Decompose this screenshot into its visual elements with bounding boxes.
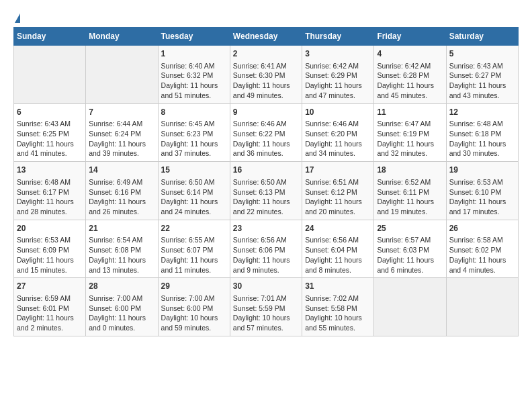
calendar-cell: 27Sunrise: 6:59 AMSunset: 6:01 PMDayligh… [14,278,86,336]
daylight: Daylight: 11 hours and 51 minutes. [161,81,218,99]
calendar-cell: 3Sunrise: 6:42 AMSunset: 6:29 PMDaylight… [302,46,374,104]
sunset: Sunset: 6:29 PM [305,71,357,79]
weekday-header: Thursday [302,28,374,46]
calendar-cell: 30Sunrise: 7:01 AMSunset: 5:59 PMDayligh… [230,278,302,336]
day-number: 18 [377,165,443,176]
calendar-cell: 10Sunrise: 6:46 AMSunset: 6:20 PMDayligh… [302,103,374,162]
daylight: Daylight: 11 hours and 24 minutes. [161,197,218,216]
sunrise: Sunrise: 6:42 AM [305,62,359,70]
day-number: 7 [89,107,154,118]
daylight: Daylight: 10 hours and 59 minutes. [161,314,218,332]
sunset: Sunset: 6:11 PM [377,188,429,196]
day-number: 26 [449,223,515,234]
sunset: Sunset: 6:12 PM [305,188,357,196]
day-number: 5 [449,48,515,60]
day-number: 12 [449,107,515,118]
daylight: Daylight: 11 hours and 47 minutes. [305,81,362,99]
sunset: Sunset: 6:30 PM [233,71,285,79]
sunrise: Sunrise: 6:48 AM [17,178,71,186]
sunset: Sunset: 5:58 PM [305,304,357,312]
day-number: 13 [17,165,83,176]
day-number: 22 [161,223,227,234]
sunrise: Sunrise: 6:59 AM [17,294,71,302]
weekday-header: Monday [86,28,158,46]
calendar-cell: 1Sunrise: 6:40 AMSunset: 6:32 PMDaylight… [158,46,230,104]
daylight: Daylight: 11 hours and 39 minutes. [89,140,146,158]
day-number: 9 [233,107,299,118]
sunrise: Sunrise: 7:01 AM [233,294,287,302]
day-number: 25 [377,223,443,234]
calendar-week-row: 27Sunrise: 6:59 AMSunset: 6:01 PMDayligh… [14,278,519,336]
day-number: 29 [161,281,227,292]
sunrise: Sunrise: 6:45 AM [161,120,215,128]
daylight: Daylight: 11 hours and 26 minutes. [89,197,146,216]
sunset: Sunset: 6:10 PM [449,188,502,196]
calendar-header-row: SundayMondayTuesdayWednesdayThursdayFrid… [14,28,519,46]
day-number: 30 [233,281,299,292]
day-number: 2 [233,48,299,60]
weekday-header: Friday [374,28,446,46]
calendar-cell [14,46,86,104]
daylight: Daylight: 11 hours and 6 minutes. [377,256,434,274]
sunset: Sunset: 6:04 PM [305,246,357,254]
sunset: Sunset: 6:09 PM [17,246,69,254]
daylight: Daylight: 11 hours and 9 minutes. [233,256,290,274]
day-number: 11 [377,107,443,118]
sunset: Sunset: 6:06 PM [233,246,285,254]
weekday-header: Saturday [446,28,518,46]
weekday-header: Sunday [14,28,86,46]
sunset: Sunset: 6:00 PM [89,304,141,312]
calendar-cell: 17Sunrise: 6:51 AMSunset: 6:12 PMDayligh… [302,162,374,220]
sunset: Sunset: 6:07 PM [161,246,214,254]
sunset: Sunset: 6:13 PM [233,188,285,196]
calendar-cell: 21Sunrise: 6:54 AMSunset: 6:08 PMDayligh… [86,220,158,278]
day-number: 1 [161,48,227,60]
sunset: Sunset: 6:14 PM [161,188,214,196]
sunrise: Sunrise: 6:53 AM [17,236,71,244]
calendar-cell: 25Sunrise: 6:57 AMSunset: 6:03 PMDayligh… [374,220,446,278]
calendar-cell: 14Sunrise: 6:49 AMSunset: 6:16 PMDayligh… [86,162,158,220]
sunrise: Sunrise: 6:49 AM [89,178,142,186]
calendar-cell: 12Sunrise: 6:48 AMSunset: 6:18 PMDayligh… [446,103,518,162]
daylight: Daylight: 11 hours and 28 minutes. [17,197,74,216]
sunrise: Sunrise: 6:41 AM [233,62,287,70]
daylight: Daylight: 11 hours and 30 minutes. [449,140,506,158]
day-number: 23 [233,223,299,234]
logo-triangle-icon [15,13,20,23]
calendar-cell: 26Sunrise: 6:58 AMSunset: 6:02 PMDayligh… [446,220,518,278]
day-number: 28 [89,281,154,292]
calendar-cell: 8Sunrise: 6:45 AMSunset: 6:23 PMDaylight… [158,103,230,162]
calendar-cell [374,278,446,336]
day-number: 8 [161,107,227,118]
sunset: Sunset: 5:59 PM [233,304,285,312]
sunset: Sunset: 6:32 PM [161,71,214,79]
calendar-cell: 22Sunrise: 6:55 AMSunset: 6:07 PMDayligh… [158,220,230,278]
daylight: Daylight: 10 hours and 55 minutes. [305,314,362,332]
daylight: Daylight: 11 hours and 49 minutes. [233,81,290,99]
day-number: 24 [305,223,371,234]
calendar-week-row: 1Sunrise: 6:40 AMSunset: 6:32 PMDaylight… [14,46,519,104]
daylight: Daylight: 11 hours and 4 minutes. [449,256,506,274]
sunrise: Sunrise: 6:55 AM [161,236,215,244]
day-number: 14 [89,165,154,176]
calendar-table: SundayMondayTuesdayWednesdayThursdayFrid… [13,27,519,336]
day-number: 20 [17,223,83,234]
sunrise: Sunrise: 6:46 AM [233,120,287,128]
sunrise: Sunrise: 6:54 AM [89,236,142,244]
sunset: Sunset: 6:20 PM [305,130,357,138]
sunrise: Sunrise: 6:43 AM [17,120,71,128]
calendar-cell: 20Sunrise: 6:53 AMSunset: 6:09 PMDayligh… [14,220,86,278]
calendar-cell: 24Sunrise: 6:56 AMSunset: 6:04 PMDayligh… [302,220,374,278]
day-number: 19 [449,165,515,176]
day-number: 27 [17,281,83,292]
calendar-cell: 29Sunrise: 7:00 AMSunset: 6:00 PMDayligh… [158,278,230,336]
sunrise: Sunrise: 6:52 AM [377,178,431,186]
calendar-cell [446,278,518,336]
calendar-cell: 11Sunrise: 6:47 AMSunset: 6:19 PMDayligh… [374,103,446,162]
daylight: Daylight: 11 hours and 37 minutes. [161,140,218,158]
day-number: 10 [305,107,371,118]
sunrise: Sunrise: 6:56 AM [233,236,287,244]
sunrise: Sunrise: 6:50 AM [161,178,215,186]
daylight: Daylight: 11 hours and 17 minutes. [449,197,506,216]
sunset: Sunset: 6:27 PM [449,71,502,79]
